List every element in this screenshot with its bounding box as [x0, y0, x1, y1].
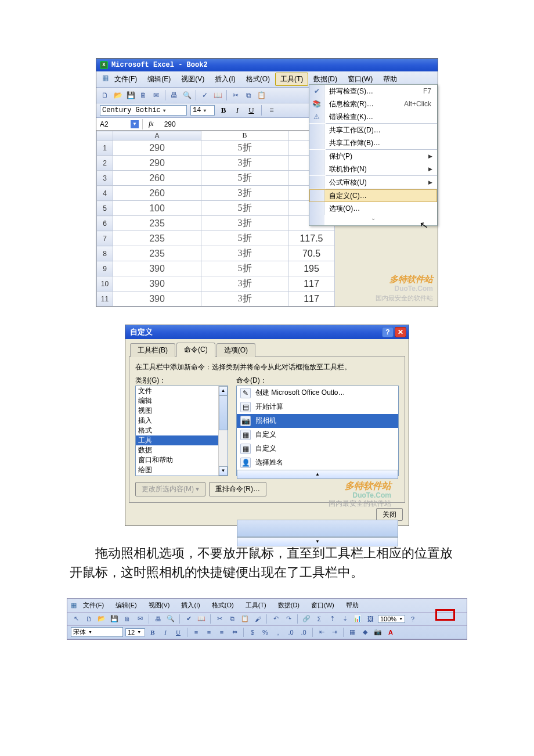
cell[interactable]: 3折	[201, 156, 288, 171]
align-center-icon[interactable]: ≡	[204, 627, 214, 638]
new-icon[interactable]: 🗋	[100, 90, 110, 100]
menu-item-spellcheck[interactable]: ✔ 拼写检查(S)… F7	[309, 85, 437, 98]
preview-icon[interactable]: 🔍	[182, 90, 192, 100]
select-all-corner[interactable]	[97, 131, 113, 141]
font-color-icon[interactable]: A	[385, 627, 396, 638]
row-header[interactable]: 11	[97, 291, 113, 307]
list-item[interactable]: 插入	[136, 416, 228, 426]
undo-icon[interactable]: ↶	[270, 614, 281, 624]
menu-insert[interactable]: 插入(I)	[176, 600, 204, 611]
cell[interactable]: 3折	[201, 276, 288, 291]
cell[interactable]: 5折	[201, 171, 288, 186]
tab-toolbars[interactable]: 工具栏(B)	[130, 343, 175, 357]
comma-icon[interactable]: ,	[273, 627, 283, 638]
percent-icon[interactable]: %	[260, 627, 270, 638]
underline-button[interactable]: U	[173, 627, 183, 638]
format-painter-icon[interactable]: 🖌	[252, 614, 263, 624]
italic-button[interactable]: I	[160, 627, 171, 638]
cell[interactable]: 5折	[201, 231, 288, 246]
formula-value[interactable]: 290	[160, 119, 181, 129]
menu-file[interactable]: 文件(F)	[78, 600, 109, 611]
cell[interactable]: 70.5	[288, 246, 335, 261]
cell[interactable]: 117	[288, 276, 335, 291]
col-header-a[interactable]: A	[113, 131, 201, 141]
cell[interactable]: 235	[113, 231, 201, 246]
cell[interactable]: 390	[113, 276, 201, 291]
fx-icon[interactable]: fx	[143, 118, 160, 129]
cell[interactable]: 290	[113, 141, 201, 156]
font-size-combo[interactable]: 12▼	[125, 628, 145, 636]
command-item-camera[interactable]: 📷照相机	[237, 414, 398, 428]
menu-item-online-collab[interactable]: 联机协作(N) ▶	[309, 163, 437, 175]
list-item[interactable]: 编辑	[136, 396, 228, 406]
list-item[interactable]: 格式	[136, 426, 228, 435]
font-combo[interactable]: 宋体▼	[71, 627, 123, 637]
cell[interactable]: 100	[113, 201, 201, 216]
save-icon[interactable]: 💾	[109, 614, 120, 624]
print-icon[interactable]: 🖶	[169, 90, 179, 100]
categories-listbox[interactable]: 文件 编辑 视图 插入 格式 工具 数据 窗口和帮助 绘图 自选图形 制作图表 …	[135, 386, 228, 476]
cell[interactable]: 390	[113, 261, 201, 276]
copy-icon[interactable]: ⧉	[227, 614, 237, 624]
hyperlink-icon[interactable]: 🔗	[301, 614, 312, 624]
cell[interactable]: 195	[288, 261, 335, 276]
cell[interactable]: 3折	[201, 291, 288, 307]
print-icon[interactable]: 🖶	[153, 614, 163, 624]
sort-asc-icon[interactable]: ⇡	[327, 614, 337, 624]
spreadsheet-grid[interactable]: A B 12905折 22903折 32605折 42603折 51005折 6…	[96, 131, 335, 307]
paste-icon[interactable]: 📋	[240, 614, 250, 624]
menu-item-errorcheck[interactable]: ⚠ 错误检查(K)…	[309, 110, 437, 123]
row-header[interactable]: 8	[97, 246, 113, 261]
drawing-icon[interactable]: 🖼	[365, 614, 376, 624]
research-icon[interactable]: 📖	[212, 90, 223, 100]
menu-item-formula-audit[interactable]: 公式审核(U) ▶	[309, 176, 437, 189]
row-header[interactable]: 9	[97, 261, 113, 276]
menu-expand-chevron[interactable]: ⌄	[309, 215, 437, 225]
menu-format[interactable]: 格式(O)	[207, 600, 239, 611]
redo-icon[interactable]: ↷	[283, 614, 294, 624]
menu-view[interactable]: 视图(V)	[144, 600, 175, 611]
row-header[interactable]: 4	[97, 186, 113, 201]
menu-file[interactable]: 文件(F)	[109, 73, 142, 86]
italic-button[interactable]: I	[232, 105, 243, 116]
tab-options[interactable]: 选项(O)	[217, 343, 255, 357]
help-icon[interactable]: ?	[407, 614, 418, 624]
command-item[interactable]: 👤选择姓名	[237, 456, 398, 470]
decrease-indent-icon[interactable]: ⇤	[316, 627, 327, 638]
menu-item-customize[interactable]: 自定义(C)…	[309, 189, 437, 202]
preview-icon[interactable]: 🔍	[165, 614, 176, 624]
menu-help[interactable]: 帮助	[341, 600, 363, 611]
pointer-icon[interactable]: ↖	[71, 614, 81, 624]
tab-commands[interactable]: 命令(C)	[176, 343, 215, 357]
cell[interactable]: 260	[113, 186, 201, 201]
scroll-down-icon[interactable]: ▼	[219, 466, 228, 476]
menu-format[interactable]: 格式(O)	[241, 73, 275, 86]
list-item[interactable]: 文件	[136, 386, 228, 396]
font-combo[interactable]: Century Gothic ▼	[100, 105, 187, 116]
cell[interactable]: 5折	[201, 201, 288, 216]
cut-icon[interactable]: ✂	[214, 614, 225, 624]
list-item[interactable]: 绘图	[136, 465, 228, 475]
align-left-button[interactable]: ≡	[266, 105, 277, 116]
cell[interactable]: 290	[113, 156, 201, 171]
currency-icon[interactable]: $	[247, 627, 258, 638]
perm-icon[interactable]: 🗎	[138, 90, 149, 100]
cell[interactable]: 235	[113, 246, 201, 261]
cell[interactable]: 3折	[201, 186, 288, 201]
row-header[interactable]: 2	[97, 156, 113, 171]
command-item[interactable]: ▤开始计算	[237, 400, 398, 414]
row-header[interactable]: 7	[97, 231, 113, 246]
cell[interactable]: 260	[113, 171, 201, 186]
align-right-icon[interactable]: ≡	[217, 627, 227, 638]
sort-desc-icon[interactable]: ⇣	[340, 614, 350, 624]
command-item[interactable]: ▦自定义	[237, 442, 398, 456]
increase-indent-icon[interactable]: ⇥	[329, 627, 340, 638]
cell[interactable]: 117.5	[288, 231, 335, 246]
menu-item-options[interactable]: 选项(O)…	[309, 202, 437, 215]
menu-tools[interactable]: 工具(T)	[275, 73, 308, 86]
cell[interactable]: 3折	[201, 216, 288, 231]
scroll-up-icon[interactable]: ▲	[219, 386, 228, 395]
menu-data[interactable]: 数据(D)	[273, 600, 304, 611]
menu-item-protect[interactable]: 保护(P) ▶	[309, 150, 437, 163]
list-item[interactable]: 工具	[136, 435, 228, 445]
